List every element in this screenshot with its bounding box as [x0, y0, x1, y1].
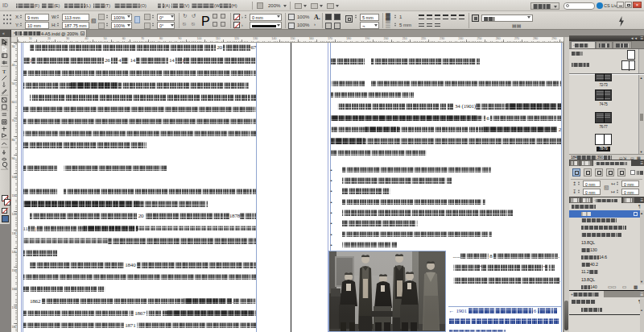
svg-text:T: T [2, 68, 6, 74]
